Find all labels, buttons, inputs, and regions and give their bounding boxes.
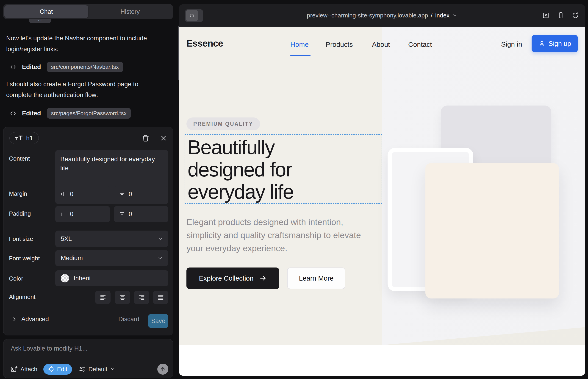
tab-history[interactable]: History — [88, 5, 172, 18]
sign-up-button[interactable]: Sign up — [532, 35, 578, 52]
align-justify-button[interactable] — [153, 291, 168, 304]
next-section-band — [179, 345, 585, 376]
arrow-up-icon — [160, 366, 166, 372]
prompt-composer: Attach Edit Default — [3, 339, 173, 378]
current-page: index — [435, 12, 449, 19]
nav-contact[interactable]: Contact — [408, 41, 432, 48]
padding-y-input[interactable]: 0 — [114, 206, 168, 222]
element-tag: h1 — [26, 135, 33, 142]
code-icon — [10, 63, 16, 70]
preview-toolbar: preview--charming-site-symphony.lovable.… — [179, 4, 585, 27]
delete-element-button[interactable] — [140, 133, 151, 143]
quality-badge: PREMIUM QUALITY — [186, 117, 260, 130]
edited-file-row: Edited src/components/Navbar.tsx — [10, 61, 123, 73]
selected-element-badge: h1 — [9, 132, 39, 144]
color-label: Color — [9, 275, 23, 282]
chat-message: I should also create a Forgot Password p… — [6, 79, 148, 100]
save-button[interactable]: Save — [148, 314, 168, 328]
nav-active-underline — [290, 55, 310, 56]
arrow-right-icon — [259, 275, 267, 282]
panel-divider — [3, 308, 173, 308]
code-icon — [10, 110, 16, 117]
align-right-button[interactable] — [134, 291, 149, 304]
attach-image-icon — [10, 365, 18, 373]
model-selector-label: Default — [89, 366, 107, 373]
font-size-label: Font size — [9, 235, 33, 242]
explore-collection-button[interactable]: Explore Collection — [186, 268, 279, 289]
alignment-label: Alignment — [9, 293, 35, 300]
discard-button[interactable]: Discard — [118, 312, 139, 326]
model-selector[interactable]: Default — [79, 366, 115, 373]
edit-mode-label: Edit — [57, 366, 67, 373]
typography-icon — [15, 135, 23, 142]
align-left-icon — [100, 294, 107, 301]
explore-collection-label: Explore Collection — [199, 274, 254, 282]
sign-up-label: Sign up — [549, 40, 571, 47]
font-weight-value: Medium — [61, 255, 83, 262]
margin-x-value: 0 — [70, 191, 73, 198]
color-value: Inherit — [74, 275, 91, 282]
attach-label: Attach — [20, 366, 37, 373]
composer-toolbar: Attach Edit Default — [10, 363, 168, 375]
margin-y-value: 0 — [129, 191, 132, 198]
edited-file-row: Edited src/pages/ForgotPassword.tsx — [10, 107, 131, 119]
edited-file-chip[interactable]: src/components/Navbar.tsx — [47, 62, 123, 72]
trash-icon — [142, 134, 149, 142]
user-icon — [539, 40, 545, 47]
preview-url: preview--charming-site-symphony.lovable.… — [307, 12, 428, 19]
padding-x-input[interactable]: 0 — [55, 206, 110, 222]
hero-paragraph: Elegant products designed with intention… — [186, 216, 372, 255]
site-preview: Essence Home Products About Contact Sign… — [179, 27, 585, 376]
tab-chat[interactable]: Chat — [4, 5, 88, 18]
sliders-icon — [79, 366, 86, 373]
nav-products[interactable]: Products — [326, 41, 353, 48]
padding-label: Padding — [9, 210, 31, 217]
chevron-down-icon — [157, 255, 163, 261]
attach-button[interactable]: Attach — [10, 365, 37, 373]
font-size-value: 5XL — [61, 235, 72, 242]
open-external-icon[interactable] — [542, 12, 549, 19]
content-label: Content — [9, 155, 30, 162]
margin-vertical-icon — [119, 191, 125, 197]
font-weight-select[interactable]: Medium — [55, 250, 168, 266]
edited-label: Edited — [22, 63, 41, 71]
url-separator: / — [431, 12, 433, 19]
preview-actions — [542, 4, 579, 27]
advanced-label: Advanced — [21, 316, 49, 323]
chevron-down-icon — [452, 13, 457, 18]
edited-file-chip[interactable]: src/pages/ForgotPassword.tsx — [47, 108, 131, 119]
chevron-right-icon — [12, 316, 17, 322]
selected-h1-outline[interactable]: Beautifully designed for everyday life — [185, 134, 382, 204]
nav-about[interactable]: About — [372, 41, 390, 48]
sign-in-link[interactable]: Sign in — [501, 40, 522, 48]
site-brand[interactable]: Essence — [186, 38, 223, 49]
edit-mode-button[interactable]: Edit — [43, 364, 72, 375]
nav-home[interactable]: Home — [290, 41, 309, 48]
advanced-toggle[interactable]: Advanced — [12, 312, 49, 326]
mobile-view-icon[interactable] — [557, 12, 564, 19]
font-size-select[interactable]: 5XL — [55, 231, 168, 247]
padding-horizontal-icon — [60, 211, 66, 217]
url-breadcrumb[interactable]: preview--charming-site-symphony.lovable.… — [179, 4, 585, 27]
send-button[interactable] — [157, 364, 168, 375]
prompt-input[interactable] — [10, 344, 164, 357]
margin-x-input[interactable]: 0 — [55, 186, 110, 202]
color-select[interactable]: Inherit — [55, 270, 168, 286]
learn-more-button[interactable]: Learn More — [287, 268, 345, 289]
decorative-card-beige — [425, 163, 559, 299]
align-center-button[interactable] — [115, 291, 130, 304]
align-left-button[interactable] — [95, 291, 110, 304]
margin-horizontal-icon — [60, 191, 66, 197]
align-right-icon — [138, 294, 145, 301]
close-editor-button[interactable] — [158, 133, 169, 143]
font-weight-label: Font weight — [9, 255, 40, 262]
hero-heading: Beautifully designed for everyday life — [187, 136, 294, 203]
refresh-icon[interactable] — [572, 12, 579, 19]
chat-message: Now let's update the Navbar component to… — [6, 33, 148, 54]
close-icon — [160, 135, 167, 142]
padding-vertical-icon — [119, 211, 125, 217]
margin-y-input[interactable]: 0 — [114, 186, 168, 202]
scrolled-message-pill[interactable]: ·· — [29, 19, 51, 23]
align-justify-icon — [157, 294, 164, 301]
chevron-down-icon — [157, 236, 163, 242]
